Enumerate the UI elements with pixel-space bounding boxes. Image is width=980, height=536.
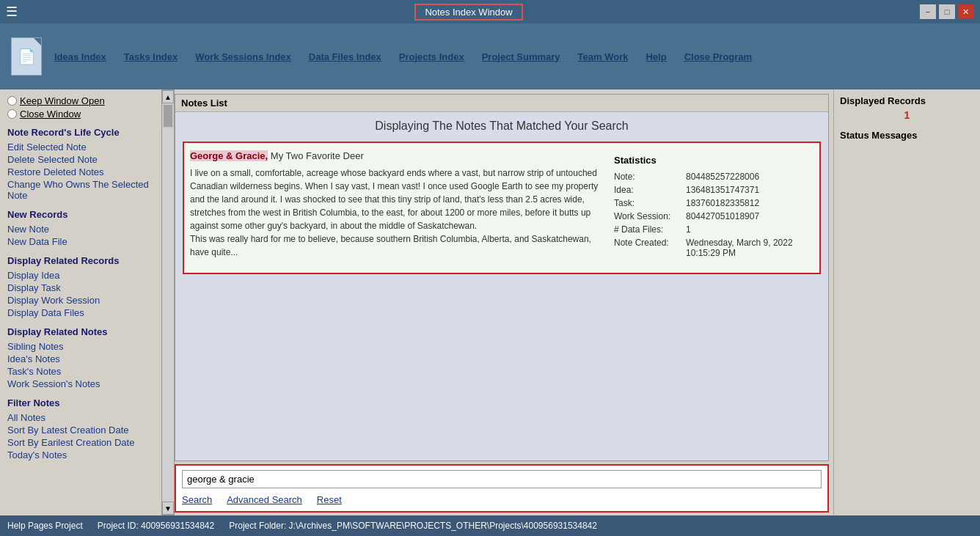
menu-bar: 📄 Ideas Index Tasks Index Work Sessions …	[0, 23, 980, 89]
menu-items: Ideas Index Tasks Index Work Sessions In…	[53, 48, 753, 65]
window-title: Notes Index Window	[425, 7, 512, 18]
close-button[interactable]: ✕	[958, 4, 974, 19]
stat-idea-label: Idea:	[614, 185, 680, 195]
sidebar-link-display-task[interactable]: Display Task	[7, 282, 154, 294]
note-title-rest: My Two Favorite Deer	[271, 150, 364, 161]
main-layout: Keep Window Open Close Window Note Recor…	[0, 89, 980, 515]
menu-item-project-summary[interactable]: Project Summary	[480, 48, 562, 65]
scroll-thumb[interactable]	[164, 105, 172, 127]
stat-note-label: Note:	[614, 172, 680, 182]
sidebar-link-display-work-session[interactable]: Display Work Session	[7, 294, 154, 306]
section-title-new-records: New Records	[7, 209, 154, 220]
keep-window-open-radio[interactable]: Keep Window Open	[7, 95, 154, 106]
stat-data-files: # Data Files: 1	[614, 224, 808, 235]
displayed-records-title: Displayed Records	[840, 95, 974, 106]
note-stats-title: Statistics	[614, 155, 808, 166]
close-window-label[interactable]: Close Window	[20, 109, 81, 120]
scroll-bar[interactable]: ▲ ▼	[161, 89, 175, 515]
stat-work-session: Work Session: 804427051018907	[614, 211, 808, 221]
close-window-radio[interactable]: Close Window	[7, 109, 154, 120]
displayed-records-value: 1	[840, 109, 974, 121]
scroll-down-arrow[interactable]: ▼	[162, 502, 174, 515]
sidebar-link-tasks-notes[interactable]: Task's Notes	[7, 365, 154, 378]
status-project-name: Help Pages Project	[7, 521, 83, 531]
stat-task-label: Task:	[614, 198, 680, 208]
sidebar-link-sort-earliest[interactable]: Sort By Earilest Creation Date	[7, 436, 154, 449]
stat-note-value: 804485257228006	[686, 172, 759, 182]
notes-area-wrapper: ▲ ▼ Notes List Displaying The Notes That…	[161, 89, 833, 515]
search-input-row	[182, 470, 822, 488]
minimize-button[interactable]: −	[920, 4, 936, 19]
scroll-up-arrow[interactable]: ▲	[162, 90, 174, 103]
keep-window-open-label[interactable]: Keep Window Open	[20, 95, 105, 106]
stat-task-value: 183760182335812	[686, 198, 759, 208]
window-title-box: Notes Index Window	[414, 4, 522, 21]
status-project-folder: Project Folder: J:\Archives_PM\SOFTWARE\…	[229, 521, 597, 531]
sidebar: Keep Window Open Close Window Note Recor…	[0, 89, 161, 515]
menu-item-projects-index[interactable]: Projects Index	[398, 48, 466, 65]
sidebar-link-sort-latest[interactable]: Sort By Latest Creation Date	[7, 424, 154, 436]
stat-task: Task: 183760182335812	[614, 198, 808, 208]
note-title-highlight: George & Gracie,	[190, 150, 268, 161]
app-menu-icon[interactable]: ☰	[6, 4, 18, 20]
note-title: George & Gracie, My Two Favorite Deer	[190, 149, 601, 164]
stat-work-session-label: Work Session:	[614, 211, 680, 221]
note-card[interactable]: George & Gracie, My Two Favorite Deer I …	[183, 142, 821, 274]
reset-button[interactable]: Reset	[317, 494, 342, 505]
menu-item-tasks-index[interactable]: Tasks Index	[122, 48, 179, 65]
stat-data-files-label: # Data Files:	[614, 224, 680, 235]
maximize-button[interactable]: □	[939, 4, 955, 19]
sidebar-link-new-data-file[interactable]: New Data File	[7, 235, 154, 248]
search-input[interactable]	[182, 470, 822, 488]
stat-idea-value: 136481351747371	[686, 185, 759, 195]
sidebar-link-restore-notes[interactable]: Restore Deleted Notes	[7, 166, 154, 178]
sidebar-link-display-data-files[interactable]: Display Data Files	[7, 306, 154, 319]
search-buttons: Search Advanced Search Reset	[182, 493, 822, 507]
status-bar: Help Pages Project Project ID: 400956931…	[0, 515, 980, 536]
section-title-filter-notes: Filter Notes	[7, 397, 154, 408]
stat-work-session-value: 804427051018907	[686, 211, 759, 221]
menu-item-help[interactable]: Help	[644, 48, 668, 65]
sidebar-link-ideas-notes[interactable]: Idea's Notes	[7, 353, 154, 365]
search-button[interactable]: Search	[182, 494, 212, 505]
note-text-area: George & Gracie, My Two Favorite Deer I …	[190, 149, 601, 267]
app-icon-graphic: 📄	[11, 37, 42, 76]
menu-item-ideas-index[interactable]: Ideas Index	[53, 48, 108, 65]
notes-list-content: Displaying The Notes That Matched Your S…	[175, 112, 828, 460]
title-bar-left: ☰	[6, 4, 18, 20]
status-project-id: Project ID: 400956931534842	[98, 521, 214, 531]
sidebar-link-delete-note[interactable]: Delete Selected Note	[7, 153, 154, 166]
sidebar-link-display-idea[interactable]: Display Idea	[7, 269, 154, 282]
section-title-related-notes: Display Related Notes	[7, 326, 154, 337]
sidebar-link-work-session-notes[interactable]: Work Session's Notes	[7, 378, 154, 390]
sidebar-link-new-note[interactable]: New Note	[7, 223, 154, 235]
title-bar: ☰ Notes Index Window − □ ✕	[0, 0, 980, 23]
sidebar-link-all-notes[interactable]: All Notes	[7, 411, 154, 424]
notes-list-panel: Notes List Displaying The Notes That Mat…	[175, 94, 829, 461]
status-messages-title: Status Messages	[840, 130, 974, 141]
menu-item-close-program[interactable]: Close Program	[683, 48, 753, 65]
right-panel: Displayed Records 1 Status Messages	[833, 89, 980, 515]
stat-note-created-value: Wednesday, March 9, 2022 10:15:29 PM	[686, 238, 808, 258]
notes-list-header: Notes List	[175, 95, 828, 112]
title-controls: − □ ✕	[920, 4, 974, 19]
sidebar-link-edit-note[interactable]: Edit Selected Note	[7, 141, 154, 153]
search-area: Search Advanced Search Reset	[175, 464, 829, 513]
menu-item-data-files-index[interactable]: Data Files Index	[307, 48, 383, 65]
sidebar-link-todays-notes[interactable]: Today's Notes	[7, 449, 154, 461]
note-stats: Statistics Note: 804485257228006 Idea: 1…	[608, 149, 813, 267]
section-title-display-related: Display Related Records	[7, 255, 154, 266]
stat-note-created: Note Created: Wednesday, March 9, 2022 1…	[614, 238, 808, 258]
menu-item-work-sessions-index[interactable]: Work Sessions Index	[194, 48, 293, 65]
stat-note-created-label: Note Created:	[614, 238, 680, 258]
note-body: I live on a small, comfortable, acreage …	[190, 166, 601, 259]
advanced-search-button[interactable]: Advanced Search	[227, 494, 302, 505]
sidebar-link-sibling-notes[interactable]: Sibling Notes	[7, 340, 154, 353]
stat-note: Note: 804485257228006	[614, 172, 808, 182]
stat-data-files-value: 1	[686, 224, 691, 235]
section-title-lifecycle: Note Record's Life Cycle	[7, 127, 154, 138]
sidebar-link-change-owner[interactable]: Change Who Owns The Selected Note	[7, 178, 154, 202]
stat-idea: Idea: 136481351747371	[614, 185, 808, 195]
menu-item-team-work[interactable]: Team Work	[577, 48, 630, 65]
content-area: Notes List Displaying The Notes That Mat…	[175, 89, 833, 515]
